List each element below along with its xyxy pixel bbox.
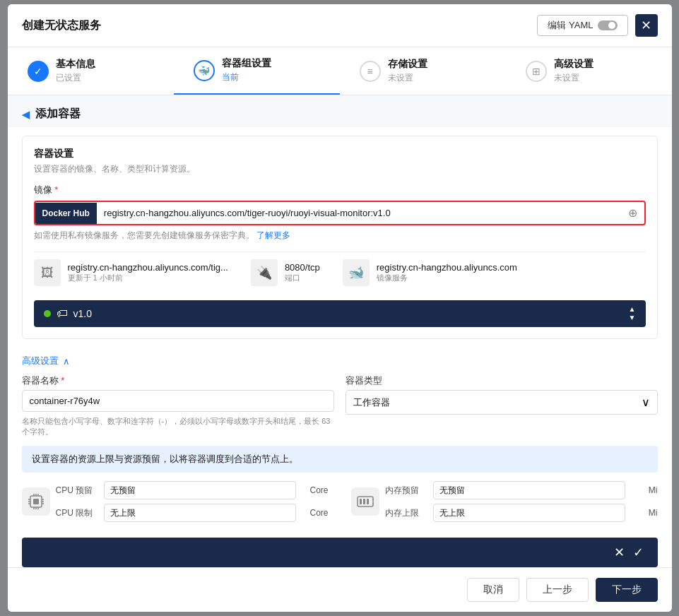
docker-hub-badge: Docker Hub <box>35 203 97 224</box>
section-title: 添加容器 <box>35 107 81 122</box>
version-up-arrow[interactable]: ▲ <box>629 306 636 313</box>
step-basic-text: 基本信息 已设置 <box>56 58 95 84</box>
container-name-field: 容器名称 * 名称只能包含小写字母、数字和连字符（-），必须以小写字母或数字开头… <box>22 374 334 437</box>
cpu-resource-row: CPU 预留 Core CPU 限制 Core <box>22 481 329 522</box>
toggle-thumb <box>608 22 615 29</box>
cpu-icon <box>22 487 50 516</box>
step-basic-title: 基本信息 <box>56 58 95 71</box>
image-search-icon[interactable]: ⊕ <box>621 206 644 220</box>
main-modal: 创建无状态服务 编辑 YAML ✕ ✓ 基本信息 已设置 <box>8 4 672 612</box>
step-storage-icon: ≡ <box>360 61 381 82</box>
section-arrow: ◀ <box>22 109 30 120</box>
service-info: 🐋 registry.cn-hangzhou.aliyuncs.com 镜像服务 <box>343 259 517 286</box>
registry-thumbnail-icon: 🖼 <box>34 259 61 286</box>
step-advanced[interactable]: ⊞ 高级设置 未设置 <box>506 47 672 95</box>
step-storage[interactable]: ≡ 存储设置 未设置 <box>340 47 506 95</box>
cpu-reserve-label: CPU 预留 <box>56 485 98 497</box>
mem-reserve-label: 内存预留 <box>385 485 427 497</box>
svg-rect-17 <box>367 499 369 504</box>
dark-confirm-button[interactable]: ✓ <box>633 545 644 560</box>
cpu-reserve-unit: Core <box>302 485 329 495</box>
step-container[interactable]: 🐳 容器组设置 当前 <box>174 47 340 95</box>
modal-footer: 取消 上一步 下一步 <box>8 567 672 612</box>
step-container-status: 当前 <box>222 72 239 82</box>
close-button[interactable]: ✕ <box>635 14 658 37</box>
resource-grid: CPU 预留 Core CPU 限制 Core <box>22 481 658 529</box>
step-storage-status: 未设置 <box>388 73 413 83</box>
service-detail: registry.cn-hangzhou.aliyuncs.com 镜像服务 <box>377 262 517 283</box>
container-name-hint: 名称只能包含小写字母、数字和连字符（-），必须以小写字母或数字开头和结尾，最长 … <box>22 416 334 437</box>
modal-title: 创建无状态服务 <box>22 18 101 33</box>
version-flag-icon: 🏷 <box>57 307 68 320</box>
container-type-field: 容器类型 工作容器 ∨ <box>346 374 658 437</box>
image-input-row[interactable]: Docker Hub ⊕ <box>34 201 646 225</box>
version-arrows[interactable]: ▲ ▼ <box>629 306 636 321</box>
step-container-icon: 🐳 <box>194 60 215 81</box>
select-chevron-icon: ∨ <box>642 396 650 409</box>
port-icon: 🔌 <box>251 259 278 286</box>
cpu-limit-input[interactable] <box>104 504 296 522</box>
mem-limit-row: 内存上限 Mi <box>385 504 658 522</box>
service-value: registry.cn-hangzhou.aliyuncs.com <box>377 262 517 273</box>
container-type-select[interactable]: 工作容器 ∨ <box>346 390 658 415</box>
mem-reserve-input[interactable] <box>433 481 625 499</box>
resource-info-bar: 设置容器的资源上限与资源预留，以将容器调度到合适的节点上。 <box>22 446 658 473</box>
info-row: 🖼 registry.cn-hangzhou.aliyuncs.com/tig.… <box>34 251 646 293</box>
version-down-arrow[interactable]: ▼ <box>629 314 636 321</box>
cpu-limit-unit: Core <box>302 508 329 518</box>
advanced-settings-toggle[interactable]: 高级设置 ∧ <box>8 348 672 367</box>
container-type-label: 容器类型 <box>346 374 658 387</box>
yaml-label: 编辑 YAML <box>548 19 593 32</box>
mem-resource-rows: 内存预留 Mi 内存上限 Mi <box>385 481 658 522</box>
port-label: 端口 <box>285 273 320 283</box>
header-right: 编辑 YAML ✕ <box>537 14 657 37</box>
card-title: 容器设置 <box>34 148 646 160</box>
modal-header: 创建无状态服务 编辑 YAML ✕ <box>8 4 672 47</box>
step-basic-icon: ✓ <box>28 61 49 82</box>
mem-resource-row: 内存预留 Mi 内存上限 Mi <box>351 481 658 522</box>
service-label: 镜像服务 <box>377 273 517 283</box>
cpu-limit-label: CPU 限制 <box>56 507 98 519</box>
advanced-toggle-label: 高级设置 <box>22 355 59 367</box>
image-input[interactable] <box>97 202 621 224</box>
svg-rect-15 <box>360 499 362 504</box>
prev-button[interactable]: 上一步 <box>526 578 589 602</box>
mem-limit-unit: Mi <box>631 508 658 518</box>
modal-body: ◀ 添加容器 容器设置 设置容器的镜像、名称、类型和计算资源。 镜像 * Doc… <box>8 95 672 567</box>
advanced-chevron-icon: ∧ <box>63 356 70 367</box>
step-basic-status: 已设置 <box>56 73 81 83</box>
next-button[interactable]: 下一步 <box>596 578 658 602</box>
yaml-toggle[interactable] <box>598 20 618 30</box>
service-icon: 🐋 <box>343 259 370 286</box>
version-selector[interactable]: 🏷 v1.0 ▲ ▼ <box>34 300 646 327</box>
step-container-title: 容器组设置 <box>222 57 271 70</box>
container-name-label: 容器名称 * <box>22 374 334 387</box>
advanced-grid: 容器名称 * 名称只能包含小写字母、数字和连字符（-），必须以小写字母或数字开头… <box>22 374 658 437</box>
version-left: 🏷 v1.0 <box>44 307 92 320</box>
step-advanced-icon: ⊞ <box>526 61 547 82</box>
port-value: 8080/tcp <box>285 262 320 273</box>
cpu-limit-row: CPU 限制 Core <box>56 504 329 522</box>
mem-limit-input[interactable] <box>433 504 625 522</box>
yaml-button[interactable]: 编辑 YAML <box>537 15 627 36</box>
registry-info: 🖼 registry.cn-hangzhou.aliyuncs.com/tig.… <box>34 259 228 286</box>
dark-close-button[interactable]: ✕ <box>614 545 625 560</box>
port-detail: 8080/tcp 端口 <box>285 262 320 283</box>
cpu-resource-rows: CPU 预留 Core CPU 限制 Core <box>56 481 329 522</box>
step-container-text: 容器组设置 当前 <box>222 57 271 83</box>
cancel-button[interactable]: 取消 <box>467 578 519 602</box>
card-subtitle: 设置容器的镜像、名称、类型和计算资源。 <box>34 163 646 175</box>
svg-rect-1 <box>33 499 39 504</box>
cpu-reserve-input[interactable] <box>104 481 296 499</box>
container-type-value: 工作容器 <box>353 396 390 409</box>
container-name-input[interactable] <box>22 390 334 412</box>
step-basic[interactable]: ✓ 基本信息 已设置 <box>8 47 174 95</box>
version-dot <box>44 310 51 317</box>
image-hint-link[interactable]: 了解更多 <box>256 230 290 240</box>
docker-icon: 🐳 <box>198 65 210 76</box>
mem-icon <box>351 487 379 516</box>
dark-action-bar: ✕ ✓ <box>22 538 658 567</box>
mem-limit-label: 内存上限 <box>385 507 427 519</box>
image-label: 镜像 * <box>34 184 646 196</box>
mem-reserve-row: 内存预留 Mi <box>385 481 658 499</box>
